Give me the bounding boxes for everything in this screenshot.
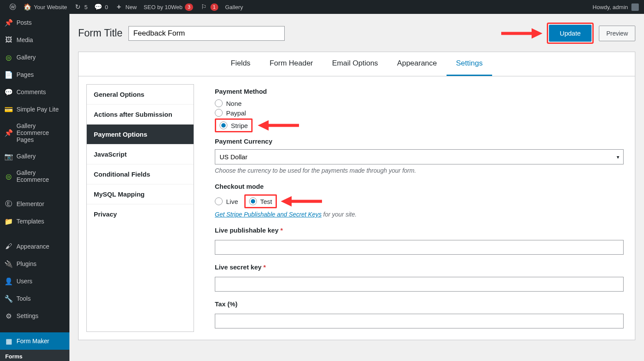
sidebar-item-gallery[interactable]: ◎Gallery (0, 49, 69, 66)
menu-icon: Ⓔ (4, 200, 13, 208)
sidebar-item-posts[interactable]: 📌Posts (0, 14, 69, 31)
tab-email-options[interactable]: Email Options (322, 52, 388, 76)
sidebar-item-comments[interactable]: 💬Comments (0, 83, 69, 101)
tab-form-header[interactable]: Form Header (260, 52, 322, 76)
menu-label: Comments (16, 89, 46, 95)
menu-label: Pages (16, 71, 34, 78)
site-name-link[interactable]: 🏠Your Website (20, 0, 71, 14)
sidebar-item-gallery-ecommerce-pages[interactable]: 📌Gallery Ecommerce Pages (0, 118, 69, 148)
comments-count: 0 (105, 4, 108, 10)
comments-link[interactable]: 💬0 (91, 0, 112, 14)
menu-label: Users (16, 278, 33, 285)
radio-icon (215, 109, 223, 117)
submenu-forms[interactable]: Forms (0, 350, 69, 361)
pm-paypal-row[interactable]: Paypal (215, 109, 624, 117)
sidebar-item-gallery-ecommerce[interactable]: ◎Gallery Ecommerce (0, 165, 69, 187)
currency-select-wrap: US Dollar (215, 149, 624, 164)
seo-label: SEO by 10Web (144, 4, 182, 10)
menu-label: Simple Pay Lite (16, 106, 59, 113)
sidenav-conditional-fields[interactable]: Conditional Fields (87, 164, 194, 184)
menu-label: Plugins (16, 260, 36, 267)
new-content-link[interactable]: +New (112, 0, 140, 14)
update-button[interactable]: Update (549, 25, 591, 42)
sidebar-item-pages[interactable]: 📄Pages (0, 66, 69, 83)
menu-icon: 🖼 (4, 36, 13, 44)
sidebar-item-gallery[interactable]: 📷Gallery (0, 148, 69, 165)
checkout-mode-label: Checkout mode (215, 183, 624, 190)
sidebar-item-simple-pay-lite[interactable]: 💳Simple Pay Lite (0, 101, 69, 118)
sidenav-privacy[interactable]: Privacy (87, 204, 194, 224)
radio-icon (215, 197, 223, 205)
site-name: Your Website (34, 4, 67, 10)
menu-label: Gallery Ecommerce Pages (16, 122, 65, 143)
stripe-keys-link[interactable]: Get Stripe Publishable and Secret Keys (215, 211, 322, 218)
seo-link[interactable]: SEO by 10Web3 (140, 0, 197, 14)
plus-icon: + (115, 3, 123, 11)
sidenav-general-options[interactable]: General Options (87, 85, 194, 105)
live-sec-label: Live secret key * (215, 263, 624, 271)
keys-help: Get Stripe Publishable and Secret Keys f… (215, 211, 624, 218)
updates-link[interactable]: ↻5 (71, 0, 91, 14)
menu-label: Elementor (16, 200, 44, 207)
menu-icon: 📌 (4, 18, 13, 27)
preview-button[interactable]: Preview (599, 26, 635, 41)
notif-link[interactable]: ⚐1 (197, 0, 222, 14)
menu-label: Gallery (16, 153, 36, 160)
menu-label: Media (16, 36, 33, 43)
menu-label: Form Maker (16, 338, 49, 345)
radio-icon (220, 121, 227, 129)
sidenav-payment-options[interactable]: Payment Options (87, 125, 194, 144)
cm-live-row[interactable]: Live (215, 197, 238, 205)
menu-label: Posts (16, 19, 32, 26)
admin-sidebar: 📌Posts🖼Media◎Gallery📄Pages💬Comments💳Simp… (0, 14, 69, 361)
gallery-label: Gallery (225, 4, 243, 10)
tab-appearance[interactable]: Appearance (388, 52, 447, 76)
highlight-stripe: Stripe (215, 118, 253, 132)
new-label: New (125, 4, 137, 10)
tabs: FieldsForm HeaderEmail OptionsAppearance… (79, 52, 635, 76)
sidebar-item-form-maker[interactable]: ▦ Form Maker (0, 332, 69, 350)
payment-method-label: Payment Method (215, 88, 624, 95)
menu-icon: 🔌 (4, 259, 13, 268)
sidenav-javascript[interactable]: JavaScript (87, 144, 194, 164)
highlight-test: Test (244, 194, 277, 208)
settings-side-nav: General OptionsActions after SubmissionP… (86, 84, 194, 332)
menu-label: Gallery (16, 54, 36, 61)
sidenav-actions-after-submission[interactable]: Actions after Submission (87, 105, 194, 125)
wp-logo[interactable]: ⓦ (5, 0, 20, 14)
currency-select[interactable]: US Dollar (215, 149, 624, 164)
keys-suffix: for your site. (322, 211, 357, 218)
form-icon: ▦ (4, 337, 13, 345)
tab-settings[interactable]: Settings (447, 52, 492, 76)
settings-panel: FieldsForm HeaderEmail OptionsAppearance… (78, 52, 635, 340)
menu-icon: 📷 (4, 152, 13, 161)
pm-none-row[interactable]: None (215, 99, 624, 107)
gallery-link[interactable]: Gallery (222, 0, 246, 14)
main-content: Form Title Update Preview FieldsForm Hea… (69, 14, 644, 361)
live-secret-key-input[interactable] (215, 277, 624, 292)
sidebar-item-users[interactable]: 👤Users (0, 272, 69, 290)
cm-test-row[interactable]: Test (249, 197, 273, 205)
menu-label: Settings (16, 312, 39, 319)
tax-input[interactable] (215, 314, 624, 328)
sidebar-item-appearance[interactable]: 🖌Appearance (0, 238, 69, 255)
sidebar-item-settings[interactable]: ⚙Settings (0, 307, 69, 325)
avatar[interactable] (631, 3, 639, 11)
sidenav-mysql-mapping[interactable]: MySQL Mapping (87, 184, 194, 204)
live-publishable-key-input[interactable] (215, 240, 624, 255)
sidebar-item-media[interactable]: 🖼Media (0, 31, 69, 49)
cm-live-label: Live (226, 198, 238, 205)
howdy-text: Howdy, admin (593, 4, 628, 10)
sidebar-item-templates[interactable]: 📁Templates (0, 213, 69, 230)
sidebar-item-tools[interactable]: 🔧Tools (0, 290, 69, 307)
pm-stripe-row[interactable]: Stripe (220, 121, 248, 129)
form-title-input[interactable] (128, 26, 285, 41)
sidebar-item-elementor[interactable]: ⒺElementor (0, 195, 69, 213)
svg-marker-3 (258, 120, 269, 131)
tab-fields[interactable]: Fields (221, 52, 260, 76)
menu-icon: 📄 (4, 70, 13, 79)
menu-icon: 📌 (4, 128, 13, 137)
menu-icon: 💳 (4, 105, 13, 114)
sidebar-item-plugins[interactable]: 🔌Plugins (0, 255, 69, 272)
cm-test-label: Test (260, 198, 273, 205)
